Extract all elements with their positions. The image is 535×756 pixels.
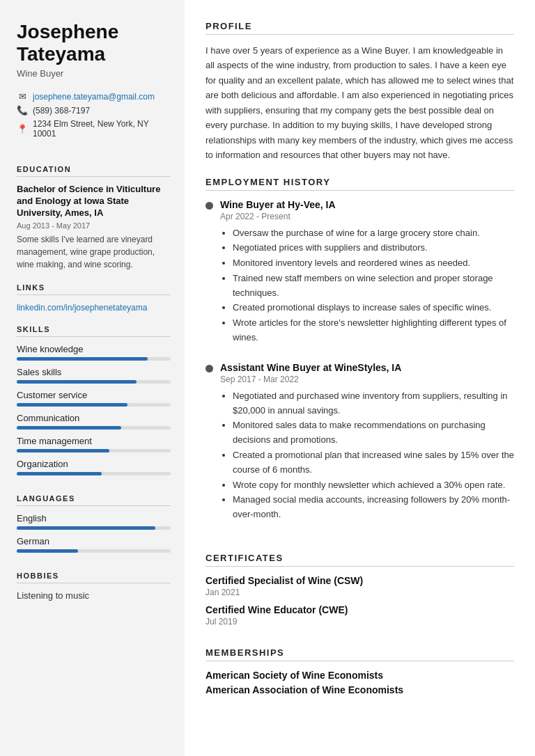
skill-label: Wine knowledge bbox=[17, 344, 171, 354]
bullet-item: Created a promotional plan that increase… bbox=[233, 448, 514, 478]
main-content: PROFILE I have over 5 years of experienc… bbox=[185, 0, 535, 756]
contact-block: ✉ josephene.tateyama@gmail.com 📞 (589) 3… bbox=[17, 91, 171, 139]
links-section-title: LINKS bbox=[17, 283, 171, 295]
skill-item: Customer service bbox=[17, 390, 171, 407]
memberships-list: American Society of Wine EconomistsAmeri… bbox=[206, 670, 514, 699]
skill-bar-bg bbox=[17, 472, 171, 475]
skill-item: Sales skills bbox=[17, 367, 171, 384]
skill-bar-fill bbox=[17, 449, 109, 452]
education-section-title: EDUCATION bbox=[17, 165, 171, 177]
hobbies-list: Listening to music bbox=[17, 590, 171, 601]
languages-list: English German bbox=[17, 513, 171, 559]
linkedin-link-item: linkedin.com/in/josephenetateyama bbox=[17, 302, 171, 313]
profile-text: I have over 5 years of experience as a W… bbox=[206, 43, 514, 163]
skill-bar-bg bbox=[17, 426, 171, 430]
emp-content: Assistant Wine Buyer at WineStyles, IA S… bbox=[220, 362, 514, 532]
language-bar-fill bbox=[17, 526, 155, 530]
contact-address: 📍 1234 Elm Street, New York, NY 10001 bbox=[17, 119, 171, 139]
bullet-item: Negotiated and purchased wine inventory … bbox=[233, 389, 514, 418]
skill-label: Organization bbox=[17, 459, 171, 469]
skill-label: Sales skills bbox=[17, 367, 171, 377]
emp-dot-col bbox=[206, 362, 213, 532]
skill-bar-bg bbox=[17, 449, 171, 452]
bullet-item: Created promotional displays to increase… bbox=[233, 301, 514, 315]
skills-list: Wine knowledge Sales skills Customer ser… bbox=[17, 344, 171, 482]
bullet-item: Managed social media accounts, increasin… bbox=[233, 493, 514, 522]
skill-bar-bg bbox=[17, 403, 171, 407]
employment-list: Wine Buyer at Hy-Vee, IA Apr 2022 - Pres… bbox=[206, 199, 514, 540]
bullet-item: Monitored inventory levels and reordered… bbox=[233, 256, 514, 271]
language-item: English bbox=[17, 513, 171, 530]
language-bar-fill bbox=[17, 549, 78, 553]
cert-date: Jul 2019 bbox=[206, 617, 514, 627]
bullet-item: Oversaw the purchase of wine for a large… bbox=[233, 226, 514, 241]
language-label: German bbox=[17, 536, 171, 546]
skill-bar-fill bbox=[17, 472, 102, 475]
language-bar-bg bbox=[17, 549, 171, 553]
certificate-item: Certified Wine Educator (CWE) Jul 2019 bbox=[206, 604, 514, 627]
emp-dot-col bbox=[206, 199, 213, 355]
skill-bar-fill bbox=[17, 403, 127, 407]
job-bullets: Oversaw the purchase of wine for a large… bbox=[220, 226, 514, 345]
email-link[interactable]: josephene.tateyama@gmail.com bbox=[33, 92, 155, 102]
emp-content: Wine Buyer at Hy-Vee, IA Apr 2022 - Pres… bbox=[220, 199, 514, 355]
job-date: Apr 2022 - Present bbox=[220, 212, 514, 221]
skill-item: Time management bbox=[17, 436, 171, 452]
edu-degree: Bachelor of Science in Viticulture and E… bbox=[17, 184, 171, 219]
certificates-section-title: CERTIFICATES bbox=[206, 553, 514, 567]
job-bullets: Negotiated and purchased wine inventory … bbox=[220, 389, 514, 522]
bullet-item: Negotiated prices with suppliers and dis… bbox=[233, 241, 514, 255]
linkedin-link[interactable]: linkedin.com/in/josephenetateyama bbox=[17, 303, 147, 313]
membership-item: American Association of Wine Economists bbox=[206, 684, 514, 695]
edu-description: Some skills I've learned are vineyard ma… bbox=[17, 233, 171, 271]
employment-entry: Wine Buyer at Hy-Vee, IA Apr 2022 - Pres… bbox=[206, 199, 514, 355]
skill-bar-bg bbox=[17, 380, 171, 384]
sidebar: Josephene Tateyama Wine Buyer ✉ josephen… bbox=[0, 0, 185, 756]
skill-bar-fill bbox=[17, 426, 121, 430]
skill-label: Communication bbox=[17, 413, 171, 423]
candidate-title: Wine Buyer bbox=[17, 68, 171, 79]
address-text: 1234 Elm Street, New York, NY 10001 bbox=[33, 119, 171, 139]
languages-section-title: LANGUAGES bbox=[17, 494, 171, 506]
skills-section-title: SKILLS bbox=[17, 325, 171, 337]
emp-dot bbox=[206, 202, 213, 210]
phone-icon: 📞 bbox=[17, 105, 28, 116]
skill-label: Time management bbox=[17, 436, 171, 446]
contact-phone: 📞 (589) 368-7197 bbox=[17, 105, 171, 116]
language-item: German bbox=[17, 536, 171, 553]
employment-section-title: EMPLOYMENT HISTORY bbox=[206, 177, 514, 191]
job-date: Sep 2017 - Mar 2022 bbox=[220, 375, 514, 384]
membership-item: American Society of Wine Economists bbox=[206, 670, 514, 681]
certificate-item: Certified Specialist of Wine (CSW) Jan 2… bbox=[206, 575, 514, 597]
job-title: Wine Buyer at Hy-Vee, IA bbox=[220, 199, 514, 210]
skill-item: Communication bbox=[17, 413, 171, 430]
skill-label: Customer service bbox=[17, 390, 171, 400]
skill-bar-fill bbox=[17, 380, 137, 384]
cert-name: Certified Wine Educator (CWE) bbox=[206, 604, 514, 615]
bullet-item: Wrote copy for monthly newsletter which … bbox=[233, 478, 514, 493]
memberships-section-title: MEMBERSHIPS bbox=[206, 647, 514, 661]
skill-item: Wine knowledge bbox=[17, 344, 171, 361]
language-label: English bbox=[17, 513, 171, 523]
skill-bar-bg bbox=[17, 357, 171, 361]
email-icon: ✉ bbox=[17, 91, 28, 102]
resume-container: Josephene Tateyama Wine Buyer ✉ josephen… bbox=[0, 0, 535, 756]
emp-dot bbox=[206, 365, 213, 372]
skill-item: Organization bbox=[17, 459, 171, 475]
bullet-item: Wrote articles for the store's newslette… bbox=[233, 316, 514, 345]
profile-section-title: PROFILE bbox=[206, 21, 514, 35]
contact-email: ✉ josephene.tateyama@gmail.com bbox=[17, 91, 171, 102]
bullet-item: Monitored sales data to make recommendat… bbox=[233, 418, 514, 448]
cert-name: Certified Specialist of Wine (CSW) bbox=[206, 575, 514, 586]
hobby-item: Listening to music bbox=[17, 590, 171, 601]
certificates-list: Certified Specialist of Wine (CSW) Jan 2… bbox=[206, 575, 514, 633]
bullet-item: Trained new staff members on wine select… bbox=[233, 271, 514, 301]
hobbies-section-title: HOBBIES bbox=[17, 572, 171, 583]
language-bar-bg bbox=[17, 526, 171, 530]
location-icon: 📍 bbox=[17, 124, 28, 134]
job-title: Assistant Wine Buyer at WineStyles, IA bbox=[220, 362, 514, 373]
candidate-name: Josephene Tateyama bbox=[17, 21, 171, 65]
phone-text: (589) 368-7197 bbox=[33, 106, 90, 116]
cert-date: Jan 2021 bbox=[206, 588, 514, 597]
edu-date: Aug 2013 - May 2017 bbox=[17, 221, 171, 230]
